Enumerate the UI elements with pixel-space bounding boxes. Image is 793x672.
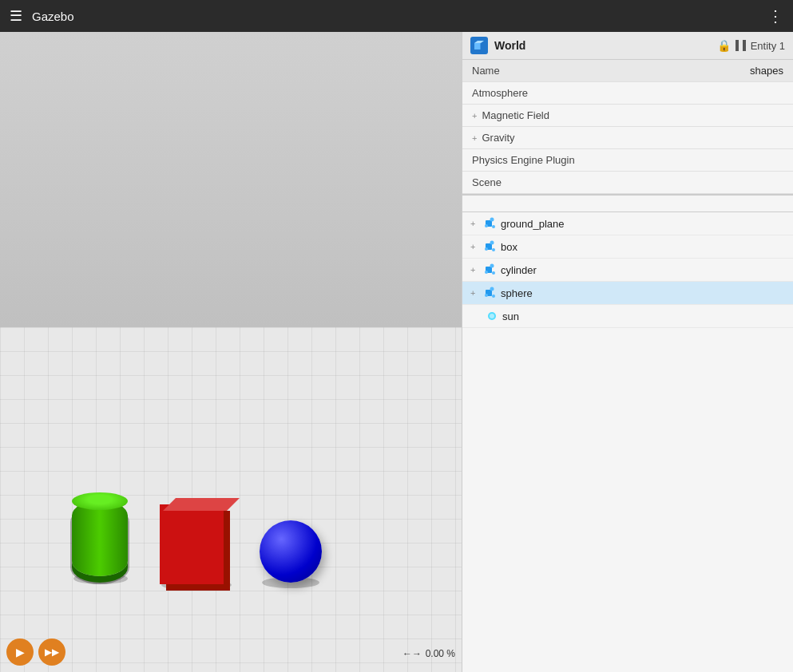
pause-bar-left — [736, 40, 739, 51]
scene-item-sun[interactable]: sun — [462, 305, 793, 328]
viewport-sky — [0, 32, 462, 327]
entity-svg-sphere — [483, 286, 498, 300]
svg-point-27 — [492, 225, 495, 228]
svg-rect-21 — [474, 43, 481, 49]
svg-point-34 — [485, 271, 488, 274]
properties-section: Name shapes Atmosphere + Magnetic Field … — [462, 60, 793, 196]
more-options-icon[interactable]: ⋮ — [767, 6, 783, 26]
svg-point-39 — [492, 294, 495, 298]
svg-point-30 — [485, 247, 488, 251]
prop-physics-row[interactable]: Physics Engine Plugin — [462, 149, 793, 172]
prop-scene-key: Scene — [472, 176, 502, 188]
viewport-controls: ▶ ▶▶ — [6, 638, 65, 666]
prop-name-row: Name shapes — [462, 60, 793, 82]
prop-magnetic-row[interactable]: + Magnetic Field — [462, 105, 793, 127]
svg-point-31 — [492, 248, 495, 251]
prop-atmosphere-row[interactable]: Atmosphere — [462, 82, 793, 105]
scene-item-box[interactable]: + box — [462, 235, 793, 259]
app-title: Gazebo — [32, 10, 74, 23]
viewport[interactable]: ▶ ▶▶ ←→ 0.00 % — [0, 32, 462, 672]
expand-sphere-icon[interactable]: + — [470, 288, 480, 298]
world-actions: 🔒 Entity 1 — [717, 39, 785, 52]
scene-item-sphere[interactable]: + sphere — [462, 282, 793, 305]
spacer — [462, 196, 793, 211]
pause-button[interactable] — [736, 40, 746, 51]
entity-icon-sphere — [483, 286, 498, 300]
world-icon — [470, 37, 488, 54]
box-object[interactable] — [160, 504, 224, 584]
prop-scene-row[interactable]: Scene — [462, 172, 793, 194]
svg-point-35 — [492, 271, 495, 275]
scene-item-cylinder[interactable]: + cylinder — [462, 259, 793, 282]
svg-point-29 — [490, 241, 494, 245]
scene-item-label-sphere: sphere — [501, 287, 533, 299]
topbar: ☰ Gazebo ⋮ — [0, 0, 793, 32]
viewport-floor — [0, 327, 462, 672]
prop-name-value: shapes — [750, 65, 783, 77]
light-svg-sun — [485, 309, 499, 323]
expand-cylinder-icon[interactable]: + — [470, 265, 480, 275]
right-panel: World 🔒 Entity 1 Name shapes Atmosphere — [462, 32, 793, 672]
expand-box-icon[interactable]: + — [470, 242, 480, 251]
prop-magnetic-key: Magnetic Field — [482, 109, 549, 121]
world-title: World — [494, 39, 711, 52]
svg-marker-22 — [474, 41, 484, 43]
scene-item-label-cylinder: cylinder — [501, 264, 537, 276]
svg-point-26 — [485, 224, 488, 227]
scene-item-ground-plane[interactable]: + ground_plane — [462, 212, 793, 235]
light-icon-sun — [485, 309, 499, 323]
fast-forward-button[interactable]: ▶▶ — [38, 638, 65, 666]
expand-ground-plane-icon[interactable]: + — [470, 219, 480, 228]
expand-magnetic-icon[interactable]: + — [472, 111, 477, 121]
cube-icon — [473, 39, 486, 52]
lock-icon[interactable]: 🔒 — [717, 39, 731, 52]
entity-icon-ground-plane — [483, 216, 498, 231]
entity-icon-box — [483, 239, 498, 254]
svg-point-25 — [490, 218, 494, 222]
pause-bar-right — [743, 40, 746, 51]
prop-physics-key: Physics Engine Plugin — [472, 154, 575, 166]
scene-item-label-sun: sun — [502, 310, 519, 322]
prop-name-key: Name — [472, 65, 500, 77]
svg-point-38 — [485, 294, 488, 297]
menu-icon[interactable]: ☰ — [10, 7, 22, 25]
scene-item-label-box: box — [501, 241, 517, 253]
entity-svg-ground — [483, 216, 498, 231]
prop-gravity-row[interactable]: + Gravity — [462, 127, 793, 149]
topbar-left: ☰ Gazebo — [10, 7, 74, 25]
entity-svg-box — [483, 239, 498, 254]
prop-gravity-key: Gravity — [482, 132, 514, 144]
play-button[interactable]: ▶ — [6, 638, 34, 666]
viewport-percent: 0.00 % — [426, 648, 455, 659]
svg-point-41 — [490, 314, 494, 318]
world-header: World 🔒 Entity 1 — [462, 32, 793, 60]
entity-svg-cylinder — [483, 263, 498, 277]
entity-icon-cylinder — [483, 263, 498, 277]
prop-atmosphere-key: Atmosphere — [472, 87, 528, 99]
expand-gravity-icon[interactable]: + — [472, 133, 477, 143]
cylinder-object[interactable] — [72, 500, 128, 576]
scene-item-label-ground-plane: ground_plane — [501, 218, 565, 230]
scene-section: + ground_plane + — [462, 212, 793, 672]
svg-point-37 — [490, 287, 494, 291]
viewport-arrow-icon: ←→ — [402, 648, 422, 659]
svg-point-33 — [490, 264, 494, 268]
sphere-object[interactable] — [260, 520, 322, 583]
entity-label: Entity 1 — [751, 40, 785, 52]
